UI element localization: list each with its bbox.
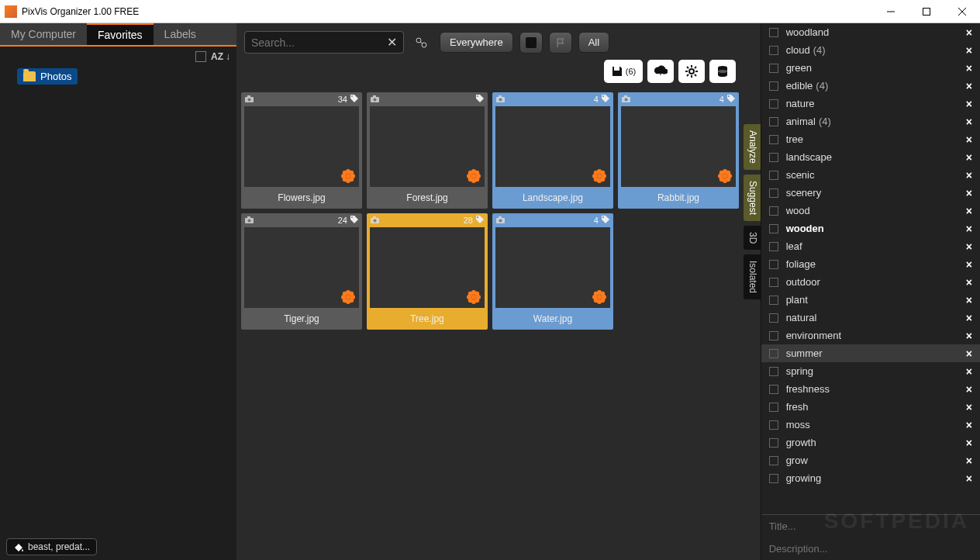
- label-checkbox[interactable]: [769, 28, 778, 37]
- label-checkbox[interactable]: [769, 474, 778, 483]
- label-checkbox[interactable]: [769, 242, 778, 251]
- label-row[interactable]: growth ×: [761, 434, 980, 451]
- window-minimize-button[interactable]: [873, 0, 909, 23]
- label-checkbox[interactable]: [769, 349, 778, 358]
- label-remove-icon[interactable]: ×: [966, 205, 972, 217]
- sort-az-button[interactable]: AZ ↓: [211, 51, 230, 62]
- thumbnail-card[interactable]: 4 Water.jpg: [492, 213, 613, 330]
- filter-everywhere-button[interactable]: Everywhere: [440, 32, 513, 53]
- label-checkbox[interactable]: [769, 188, 778, 198]
- label-row[interactable]: cloud (4) ×: [761, 41, 980, 59]
- side-tab-3d[interactable]: 3D: [744, 226, 761, 250]
- label-remove-icon[interactable]: ×: [966, 455, 972, 467]
- search-clear-icon[interactable]: ✕: [387, 35, 397, 50]
- label-row[interactable]: fresh ×: [761, 398, 980, 416]
- label-row[interactable]: grow ×: [761, 451, 980, 469]
- label-remove-icon[interactable]: ×: [966, 240, 972, 253]
- label-remove-icon[interactable]: ×: [966, 294, 972, 306]
- label-remove-icon[interactable]: ×: [966, 401, 972, 413]
- label-remove-icon[interactable]: ×: [966, 26, 972, 39]
- label-checkbox[interactable]: [769, 403, 778, 412]
- label-row[interactable]: woodland ×: [761, 23, 980, 41]
- thumbnail-card[interactable]: 4 Rabbit.jpg: [618, 92, 739, 209]
- label-remove-icon[interactable]: ×: [966, 187, 972, 199]
- label-checkbox[interactable]: [769, 153, 778, 162]
- label-row[interactable]: foliage ×: [761, 255, 980, 273]
- label-checkbox[interactable]: [769, 296, 778, 305]
- label-checkbox[interactable]: [769, 385, 778, 394]
- label-remove-icon[interactable]: ×: [966, 169, 972, 181]
- label-remove-icon[interactable]: ×: [966, 312, 972, 324]
- label-remove-icon[interactable]: ×: [966, 133, 972, 146]
- label-remove-icon[interactable]: ×: [966, 223, 972, 235]
- label-checkbox[interactable]: [769, 81, 778, 91]
- description-input[interactable]: [761, 538, 980, 560]
- label-checkbox[interactable]: [769, 135, 778, 144]
- label-checkbox[interactable]: [769, 313, 778, 323]
- left-tab-labels[interactable]: Labels: [154, 23, 207, 45]
- label-remove-icon[interactable]: ×: [966, 419, 972, 431]
- label-remove-icon[interactable]: ×: [966, 80, 972, 92]
- search-box[interactable]: ✕: [244, 31, 404, 54]
- label-row[interactable]: animal (4) ×: [761, 112, 980, 130]
- label-row[interactable]: leaf ×: [761, 237, 980, 255]
- label-row[interactable]: wooden ×: [761, 220, 980, 237]
- side-tab-isolated[interactable]: Isolated: [744, 254, 761, 299]
- label-row[interactable]: outdoor ×: [761, 273, 980, 291]
- label-remove-icon[interactable]: ×: [966, 98, 972, 110]
- save-button[interactable]: (6): [604, 60, 643, 83]
- label-row[interactable]: summer ×: [761, 344, 980, 362]
- label-row[interactable]: growing ×: [761, 469, 980, 487]
- label-remove-icon[interactable]: ×: [966, 62, 972, 74]
- left-checkbox[interactable]: [195, 51, 206, 62]
- label-row[interactable]: plant ×: [761, 291, 980, 309]
- side-tab-analyze[interactable]: Analyze: [744, 124, 761, 170]
- window-maximize-button[interactable]: [909, 0, 944, 23]
- label-row[interactable]: scenery ×: [761, 184, 980, 202]
- label-remove-icon[interactable]: ×: [966, 330, 972, 342]
- label-remove-icon[interactable]: ×: [966, 116, 972, 128]
- label-row[interactable]: environment ×: [761, 327, 980, 344]
- label-remove-icon[interactable]: ×: [966, 44, 972, 57]
- label-checkbox[interactable]: [769, 99, 778, 109]
- settings-button[interactable]: [678, 60, 705, 83]
- label-row[interactable]: tree ×: [761, 130, 980, 148]
- filter-flag-button[interactable]: [549, 32, 572, 54]
- label-remove-icon[interactable]: ×: [966, 365, 972, 378]
- label-checkbox[interactable]: [769, 46, 778, 55]
- label-remove-icon[interactable]: ×: [966, 276, 972, 289]
- label-row[interactable]: edible (4) ×: [761, 77, 980, 95]
- label-checkbox[interactable]: [769, 117, 778, 126]
- label-remove-icon[interactable]: ×: [966, 383, 972, 396]
- title-input[interactable]: [761, 515, 980, 538]
- thumbnail-card[interactable]: 4 Landscape.jpg: [492, 92, 613, 209]
- label-checkbox[interactable]: [769, 224, 778, 233]
- filter-all-button[interactable]: All: [578, 32, 609, 53]
- label-remove-icon[interactable]: ×: [966, 258, 972, 271]
- bottom-tag-chip[interactable]: beast, predat...: [6, 538, 97, 555]
- label-checkbox[interactable]: [769, 456, 778, 465]
- link-toggle-icon[interactable]: [410, 32, 433, 54]
- label-remove-icon[interactable]: ×: [966, 151, 972, 164]
- thumbnail-card[interactable]: 24 Tiger.jpg: [241, 213, 362, 330]
- label-row[interactable]: landscape ×: [761, 148, 980, 166]
- thumbnail-card[interactable]: Forest.jpg: [367, 92, 488, 209]
- label-row[interactable]: natural ×: [761, 309, 980, 327]
- label-remove-icon[interactable]: ×: [966, 437, 972, 449]
- left-tab-favorites[interactable]: Favorites: [87, 23, 154, 45]
- label-checkbox[interactable]: [769, 260, 778, 269]
- label-row[interactable]: wood ×: [761, 202, 980, 220]
- label-checkbox[interactable]: [769, 331, 778, 340]
- database-button[interactable]: [709, 60, 736, 83]
- folder-photos[interactable]: Photos: [17, 68, 78, 85]
- side-tab-suggest[interactable]: Suggest: [744, 175, 761, 221]
- label-row[interactable]: scenic ×: [761, 166, 980, 184]
- label-row[interactable]: freshness ×: [761, 380, 980, 398]
- label-row[interactable]: spring ×: [761, 362, 980, 380]
- filter-color-button[interactable]: [519, 32, 543, 54]
- search-input[interactable]: [251, 36, 387, 49]
- label-row[interactable]: nature ×: [761, 95, 980, 112]
- label-row[interactable]: moss ×: [761, 416, 980, 434]
- label-checkbox[interactable]: [769, 420, 778, 430]
- window-close-button[interactable]: [944, 0, 980, 23]
